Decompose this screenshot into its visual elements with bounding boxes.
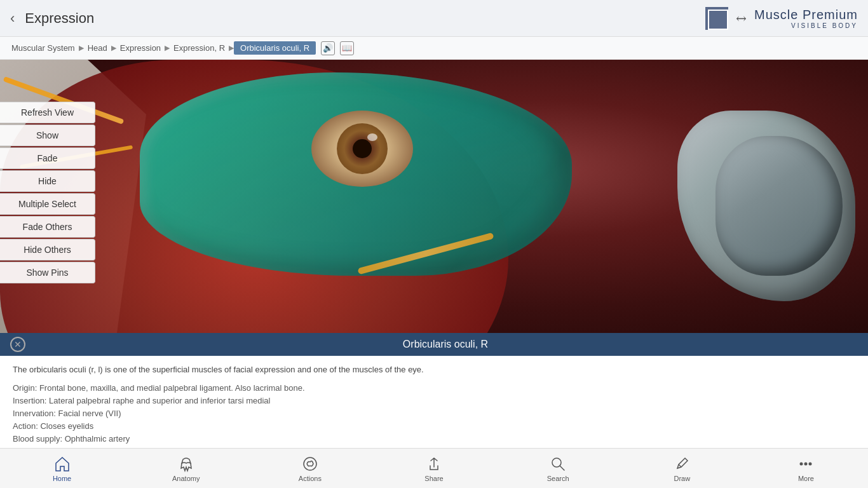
origin-value: Frontal bone, maxilla, and medial palpeb…: [39, 383, 305, 393]
actions-icon: [301, 454, 320, 473]
share-icon: [424, 454, 444, 473]
book-icon[interactable]: 📖: [340, 41, 354, 55]
nav-home-label: Home: [53, 475, 71, 482]
action-value: Closes eyelids: [40, 421, 93, 431]
origin-line: Origin: Frontal bone, maxilla, and media…: [13, 382, 855, 395]
3d-viewport[interactable]: [0, 60, 868, 333]
metallic-inner: [715, 136, 843, 276]
innervation-label: Innervation:: [13, 409, 56, 418]
anatomy-icon: [177, 454, 196, 473]
home-icon: [53, 454, 72, 473]
breadcrumb-muscular-system[interactable]: Muscular System: [8, 43, 79, 53]
header-right: ⤢ Muscle Premium VISIBLE BODY: [705, 7, 858, 30]
breadcrumb: Muscular System ▶ Head ▶ Expression ▶ Ex…: [0, 37, 868, 60]
breadcrumb-sep-2: ▶: [111, 44, 116, 52]
description-panel: The orbicularis oculi (r, l) is one of t…: [0, 356, 868, 448]
nav-draw-label: Draw: [674, 475, 690, 482]
innervation-value: Facial nerve (VII): [58, 409, 121, 418]
svg-point-5: [809, 463, 812, 466]
brand-sub: VISIBLE BODY: [791, 22, 858, 29]
bottom-navigation: Home Anatomy Actions Share Search: [0, 448, 868, 488]
breadcrumb-expression-r[interactable]: Expression, R: [170, 43, 229, 53]
info-title: Orbicularis oculi, R: [33, 339, 858, 350]
iris: [337, 123, 388, 174]
svg-line-2: [560, 466, 564, 470]
expand-icon[interactable]: ⤢: [732, 9, 750, 27]
description-summary: The orbicularis oculi (r, l) is one of t…: [13, 363, 855, 377]
breadcrumb-sep-4: ▶: [229, 44, 234, 52]
svg-point-0: [304, 458, 316, 470]
breadcrumb-head[interactable]: Head: [84, 43, 111, 53]
insertion-value: Lateral palpebral raphe and superior and…: [49, 396, 270, 405]
brand-name: Muscle Premium: [754, 8, 858, 22]
blood-supply-label: Blood supply:: [13, 434, 62, 444]
eye-white: [311, 111, 413, 187]
svg-point-4: [804, 463, 808, 466]
hide-others-button[interactable]: Hide Others: [0, 239, 95, 261]
svg-point-3: [800, 463, 803, 466]
action-line: Action: Closes eyelids: [13, 420, 855, 433]
breadcrumb-sep-3: ▶: [165, 44, 170, 52]
fade-others-button[interactable]: Fade Others: [0, 216, 95, 238]
nav-search-label: Search: [547, 475, 569, 482]
nav-share[interactable]: Share: [372, 449, 496, 488]
nav-anatomy[interactable]: Anatomy: [124, 449, 248, 488]
breadcrumb-expression[interactable]: Expression: [116, 43, 165, 53]
insertion-label: Insertion:: [13, 396, 46, 405]
multiple-select-button[interactable]: Multiple Select: [0, 193, 95, 215]
description-details: Origin: Frontal bone, maxilla, and media…: [13, 382, 855, 446]
eye: [311, 111, 413, 187]
close-info-button[interactable]: ✕: [10, 337, 25, 352]
refresh-view-button[interactable]: Refresh View: [0, 102, 95, 123]
action-label: Action:: [13, 421, 38, 431]
insertion-line: Insertion: Lateral palpebral raphe and s…: [13, 395, 855, 407]
origin-label: Origin:: [13, 383, 37, 393]
sidebar-buttons: Refresh View Show Fade Hide Multiple Sel…: [0, 102, 95, 283]
nav-draw[interactable]: Draw: [620, 449, 744, 488]
nav-actions-label: Actions: [299, 475, 322, 482]
nav-more-label: More: [798, 475, 814, 482]
blood-supply-value: Ophthalmic artery: [65, 434, 130, 444]
nav-home[interactable]: Home: [0, 449, 124, 488]
breadcrumb-sep-1: ▶: [79, 44, 84, 52]
header: ‹ Expression ⤢ Muscle Premium VISIBLE BO…: [0, 0, 868, 37]
breadcrumb-orbicularis[interactable]: Orbicularis oculi, R: [234, 41, 316, 55]
fade-button[interactable]: Fade: [0, 147, 95, 169]
nav-search[interactable]: Search: [496, 449, 620, 488]
search-icon: [548, 454, 567, 473]
nav-anatomy-label: Anatomy: [172, 475, 200, 482]
blood-supply-line: Blood supply: Ophthalmic artery: [13, 433, 855, 445]
show-button[interactable]: Show: [0, 125, 95, 146]
brand-logo: Muscle Premium VISIBLE BODY: [754, 8, 858, 29]
more-icon: [796, 454, 815, 473]
view-toggle-button[interactable]: [705, 7, 728, 30]
draw-icon: [672, 454, 691, 473]
nav-more[interactable]: More: [744, 449, 868, 488]
show-pins-button[interactable]: Show Pins: [0, 262, 95, 283]
eye-highlight: [367, 133, 377, 141]
innervation-line: Innervation: Facial nerve (VII): [13, 407, 855, 420]
pupil: [353, 139, 372, 158]
nav-share-label: Share: [424, 475, 443, 482]
audio-icon[interactable]: 🔊: [321, 41, 335, 55]
back-button[interactable]: ‹: [10, 11, 15, 25]
hide-button[interactable]: Hide: [0, 170, 95, 192]
page-title: Expression: [25, 10, 705, 27]
anatomy-background: [0, 60, 868, 333]
nav-actions[interactable]: Actions: [248, 449, 372, 488]
info-bar: ✕ Orbicularis oculi, R: [0, 333, 868, 356]
